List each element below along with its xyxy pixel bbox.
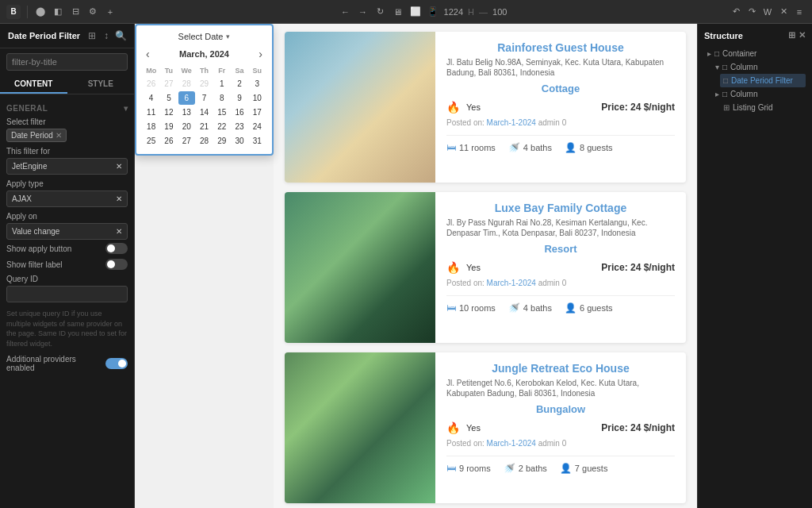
- tab-style[interactable]: STYLE: [67, 75, 135, 94]
- right-icon-2[interactable]: ✕: [799, 30, 806, 40]
- cal-day[interactable]: 9: [231, 91, 247, 105]
- guests-label-3: 7 guests: [575, 464, 608, 473]
- cal-select-date[interactable]: Select Date: [143, 32, 266, 41]
- gear-icon[interactable]: ⚙: [86, 6, 99, 18]
- tree-item-listing-grid[interactable]: ⊞ Listing Grid: [720, 101, 806, 114]
- yes-label-1: Yes: [466, 102, 481, 112]
- cal-day[interactable]: 18: [143, 120, 159, 133]
- filter-tag-date-period[interactable]: Date Period ✕: [6, 129, 67, 142]
- cal-day[interactable]: 1: [213, 77, 230, 90]
- cal-day[interactable]: 10: [249, 91, 266, 105]
- amenities-row-1: 🛏 11 rooms 🚿 4 baths 👤 8 guests: [446, 135, 675, 153]
- tree-item-container[interactable]: ▸ □ Container: [704, 47, 806, 60]
- cal-day[interactable]: 28: [178, 77, 195, 90]
- price-label-3: Price: 24 $/night: [601, 422, 675, 433]
- menu-icon[interactable]: ≡: [793, 6, 806, 18]
- cal-day[interactable]: 30: [231, 134, 247, 148]
- right-icon-1[interactable]: ⊞: [788, 30, 795, 40]
- cal-day[interactable]: 23: [231, 120, 247, 133]
- cal-month-label: March, 2024: [179, 49, 229, 59]
- tree-arrow-column-1: ▾: [715, 63, 719, 71]
- listing-image-2: [285, 192, 435, 343]
- sidebar-title: Date Period Filter: [8, 31, 80, 40]
- guests-amenity-3: 👤 7 guests: [560, 463, 608, 474]
- circle-icon[interactable]: ⬤: [34, 6, 47, 18]
- tree-icon-column-1-box: □: [722, 63, 727, 71]
- cal-day[interactable]: 8: [213, 91, 230, 105]
- cal-day-today[interactable]: 6: [178, 91, 195, 105]
- sidebar-icon-2[interactable]: ↕: [101, 30, 112, 41]
- this-filter-for-select[interactable]: JetEngine ✕: [6, 158, 128, 175]
- cal-day[interactable]: 26: [143, 77, 159, 90]
- sidebar-icon-1[interactable]: ⊞: [86, 30, 98, 41]
- cal-day[interactable]: 27: [160, 77, 177, 90]
- cal-day[interactable]: 14: [196, 106, 213, 119]
- query-id-help-text: Set unique query ID if you use multiple …: [6, 309, 128, 348]
- cal-day[interactable]: 15: [213, 106, 230, 119]
- cal-day[interactable]: 22: [213, 120, 230, 133]
- fire-icon-1: 🔥: [446, 101, 460, 114]
- cal-day[interactable]: 4: [143, 91, 159, 105]
- redo-icon[interactable]: ↷: [745, 6, 758, 18]
- select-filter-label: Select filter: [6, 117, 128, 126]
- person-icon-2: 👤: [565, 302, 576, 314]
- mobile-icon[interactable]: 📱: [427, 6, 439, 18]
- cal-day[interactable]: 25: [143, 134, 159, 148]
- tablet-icon[interactable]: ⬜: [409, 6, 422, 18]
- apply-on-select[interactable]: Value change ✕: [6, 223, 128, 240]
- price-label-1: Price: 24 $/night: [601, 102, 675, 113]
- cal-day[interactable]: 31: [249, 134, 266, 148]
- zoom-level: 100: [492, 7, 507, 17]
- cal-day[interactable]: 29: [213, 134, 230, 148]
- cal-day[interactable]: 7: [196, 91, 213, 105]
- cal-day[interactable]: 21: [196, 120, 213, 133]
- cal-day[interactable]: 13: [178, 106, 195, 119]
- additional-providers-toggle[interactable]: [105, 358, 128, 369]
- desktop-icon[interactable]: 🖥: [392, 6, 404, 18]
- refresh-icon[interactable]: ↻: [374, 6, 387, 18]
- tree-icon-column-2-box: □: [722, 90, 727, 98]
- sidebar-search-icon[interactable]: 🔍: [115, 30, 126, 41]
- cal-header: ‹ March, 2024 ›: [143, 48, 266, 60]
- cal-header-tu: Tu: [160, 65, 177, 76]
- cal-day[interactable]: 5: [160, 91, 177, 105]
- tab-content[interactable]: CONTENT: [0, 75, 67, 94]
- close-icon[interactable]: ✕: [777, 6, 790, 18]
- undo-icon[interactable]: ↶: [730, 6, 742, 18]
- nav-back-icon[interactable]: ←: [339, 6, 352, 18]
- cal-day[interactable]: 2: [231, 77, 247, 90]
- cal-next-button[interactable]: ›: [255, 48, 266, 60]
- cal-day[interactable]: 16: [231, 106, 247, 119]
- cal-day[interactable]: 12: [160, 106, 177, 119]
- cal-day[interactable]: 29: [196, 77, 213, 90]
- query-id-input[interactable]: [6, 286, 128, 302]
- layers-icon[interactable]: ⊟: [69, 6, 82, 18]
- cal-day[interactable]: 20: [178, 120, 195, 133]
- w-icon[interactable]: W: [761, 6, 774, 18]
- tree-item-date-period-filter[interactable]: □ Date Period Filter: [720, 74, 806, 87]
- document-icon[interactable]: ◧: [52, 6, 64, 18]
- cal-day[interactable]: 28: [196, 134, 213, 148]
- app-logo[interactable]: B: [6, 5, 21, 19]
- cal-prev-button[interactable]: ‹: [143, 48, 153, 60]
- nav-forward-icon[interactable]: →: [357, 6, 370, 18]
- cal-day[interactable]: 11: [143, 106, 159, 119]
- apply-type-select[interactable]: AJAX ✕: [6, 190, 128, 207]
- section-toggle-icon[interactable]: ▾: [124, 104, 128, 113]
- tree-item-column-2[interactable]: ▸ □ Column: [712, 87, 806, 101]
- listing-image-1: [285, 32, 435, 183]
- cal-day[interactable]: 24: [249, 120, 266, 133]
- bath-icon-2: 🚿: [508, 302, 520, 314]
- cal-day[interactable]: 27: [178, 134, 195, 148]
- plus-icon[interactable]: +: [104, 6, 117, 18]
- show-filter-label-toggle[interactable]: [105, 259, 128, 270]
- show-apply-button-toggle[interactable]: [105, 243, 128, 254]
- additional-providers-label: Additional providers enabled: [6, 355, 105, 372]
- cal-day[interactable]: 26: [160, 134, 177, 148]
- tree-item-column-1[interactable]: ▾ □ Column: [712, 60, 806, 74]
- tag-close-icon[interactable]: ✕: [56, 131, 62, 140]
- listing-type-3: Bungalow: [446, 403, 675, 415]
- cal-day[interactable]: 19: [160, 120, 177, 133]
- cal-day[interactable]: 3: [249, 77, 266, 90]
- cal-day[interactable]: 17: [249, 106, 266, 119]
